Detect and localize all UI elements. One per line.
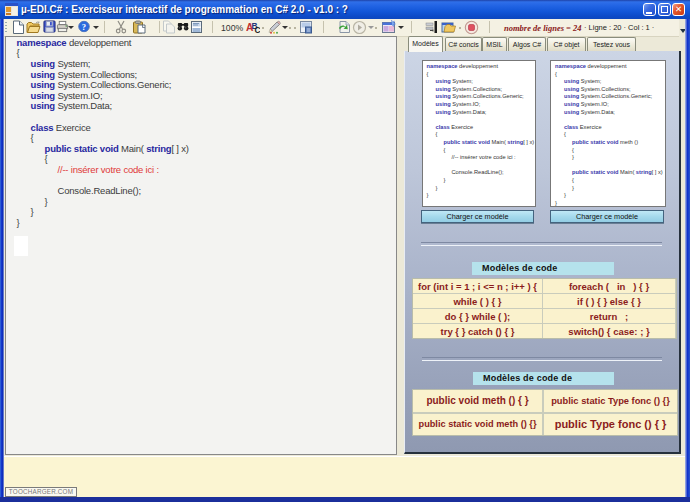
svg-text:?: ? [82, 22, 86, 32]
svg-text:C: C [254, 25, 260, 34]
